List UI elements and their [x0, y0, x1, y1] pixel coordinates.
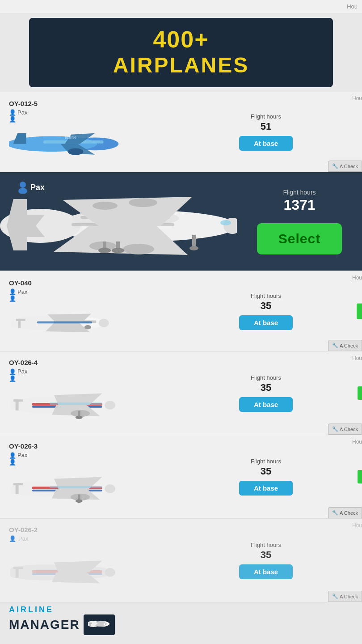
partial-top-row: Hou: [0, 0, 362, 13]
svg-text:BOEING: BOEING: [65, 136, 76, 139]
plane-id-oy040: OY-040: [9, 279, 32, 287]
plane-row-oy040: OY-040 👤 Pax: [0, 271, 362, 352]
hours-right-label-oy0264: Hou: [352, 355, 362, 361]
svg-rect-90: [88, 623, 92, 624]
type-label-highlighted: Pax: [30, 183, 45, 192]
at-base-button-oy0262[interactable]: At base: [239, 564, 293, 579]
a-check-label-oy0262: A Check: [340, 594, 358, 599]
svg-point-77: [105, 568, 115, 577]
svg-point-51: [105, 401, 115, 410]
a-check-button-oy0262[interactable]: A Check: [328, 591, 362, 602]
person-icon: 👤: [9, 109, 15, 115]
plane-type-oy0264: 👤 Pax: [9, 368, 27, 375]
green-dot-oy040: [357, 303, 362, 319]
green-dot-oy0264: [358, 386, 362, 400]
plane-id-oy0264: OY-026-4: [9, 359, 38, 366]
wrench-icon-oy040: [332, 343, 338, 348]
logo-plane-container: [84, 614, 115, 635]
person-icon-oy0263: 👤: [9, 452, 15, 458]
banner-title: AIRPLANES: [38, 53, 324, 77]
logo-plane-icon: [88, 617, 110, 631]
manager-row: MANAGER: [9, 614, 115, 635]
manager-text: MANAGER: [9, 618, 80, 632]
at-base-button-oy040[interactable]: At base: [239, 315, 293, 330]
flight-hours-label: Flight hours: [251, 113, 281, 120]
plane-type-oy040: 👤 Pax: [9, 288, 27, 295]
svg-rect-71: [13, 483, 23, 485]
plane-id-oy0262: OY-026-2: [9, 526, 38, 534]
plane-svg-oy0262: [10, 548, 115, 593]
svg-point-33: [189, 246, 198, 250]
flight-hours-value-oy0263: 35: [261, 466, 271, 477]
svg-point-35: [98, 248, 111, 253]
flight-hours-value-highlighted: 1371: [283, 197, 316, 213]
at-base-button-oy0264[interactable]: At base: [239, 397, 293, 412]
pax-label: Pax: [18, 181, 45, 194]
svg-point-61: [75, 415, 82, 419]
at-base-button-oy0263[interactable]: At base: [239, 481, 293, 496]
flight-hours-value-oy0262: 35: [261, 549, 271, 561]
plane-list: OY-012-5 👤 Pax: [0, 92, 362, 602]
plane-image-oy040: [9, 299, 112, 343]
right-edge-oy0264: Hou: [326, 352, 362, 421]
at-base-button[interactable]: At base: [239, 136, 293, 151]
right-edge-oy0262: Hou: [326, 519, 362, 589]
a-check-button-oy0264[interactable]: A Check: [328, 424, 362, 435]
plane-type-oy0263: 👤 Pax: [9, 452, 27, 458]
plane-row-oy0264: OY-026-4 👤 Pax: [0, 352, 362, 435]
airline-text: AIRLINE: [9, 605, 115, 614]
right-edge-oy0263: Hou: [326, 435, 362, 505]
a-check-button-oy040[interactable]: A Check: [328, 340, 362, 351]
plane-info-left-oy0262: OY-026-2 👤 Pax: [0, 519, 170, 602]
plane-image-oy0264: [9, 378, 116, 428]
flight-hours-label-oy040: Flight hours: [251, 292, 281, 299]
logo-text: AIRLINE MANAGER: [9, 605, 115, 635]
hours-right-label-top: Hou: [347, 3, 358, 10]
svg-rect-58: [13, 399, 23, 402]
svg-point-38: [220, 220, 231, 225]
highlighted-inner: Pax: [0, 172, 362, 271]
svg-point-37: [112, 248, 124, 253]
hours-right-label-oy0263: Hou: [352, 439, 362, 445]
banner-count: 400+: [38, 26, 324, 53]
a-check-button[interactable]: A Check: [328, 161, 362, 172]
svg-rect-72: [50, 486, 102, 488]
a-check-label-oy0264: A Check: [340, 427, 358, 432]
plane-row-oy0263: OY-026-3 👤 Pax: [0, 435, 362, 519]
wrench-icon-oy0262: [332, 593, 338, 599]
plane-row-oy0262: OY-026-2 👤 Pax: [0, 519, 362, 602]
plane-image-oy0262: [9, 546, 116, 595]
svg-rect-47: [16, 319, 25, 321]
select-button[interactable]: Select: [257, 223, 342, 254]
plane-info-left-oy0263: OY-026-3 👤 Pax: [0, 435, 170, 518]
a-check-button-oy0263[interactable]: A Check: [328, 507, 362, 518]
svg-point-64: [105, 484, 115, 493]
airplanes-banner: 400+ AIRPLANES: [29, 18, 333, 87]
a-check-label: A Check: [340, 164, 358, 169]
plane-id-oy0263: OY-026-3: [9, 442, 38, 450]
type-label-oy0263: Pax: [17, 452, 27, 458]
svg-point-11: [18, 188, 27, 194]
wrench-icon: [332, 163, 338, 169]
svg-point-10: [20, 182, 26, 188]
a-check-label-oy0263: A Check: [340, 510, 358, 516]
svg-rect-21: [125, 246, 152, 252]
plane-row-highlighted: Pax: [0, 172, 362, 271]
flight-hours-label-oy0263: Flight hours: [251, 458, 281, 465]
plane-image: BOEING: [9, 119, 121, 164]
a-check-label-oy040: A Check: [340, 343, 358, 348]
svg-point-45: [84, 325, 91, 329]
flight-hours-value-oy040: 35: [261, 300, 271, 312]
svg-rect-48: [37, 321, 92, 323]
flight-hours-value-oy0264: 35: [261, 382, 271, 394]
flight-hours-label-oy0264: Flight hours: [251, 374, 281, 381]
plane-info-left-oy040: OY-040 👤 Pax: [0, 272, 170, 351]
plane-info-left: OY-012-5 👤 Pax: [0, 93, 170, 171]
person-icon-oy040: 👤: [9, 288, 15, 295]
plane-row: OY-012-5 👤 Pax: [0, 92, 362, 172]
svg-rect-27: [94, 203, 115, 208]
airline-manager-logo: AIRLINE MANAGER: [9, 605, 115, 635]
plane-svg-oy040: [11, 302, 109, 340]
wrench-icon-oy0264: [332, 426, 338, 432]
plane-id: OY-012-5: [9, 100, 38, 107]
